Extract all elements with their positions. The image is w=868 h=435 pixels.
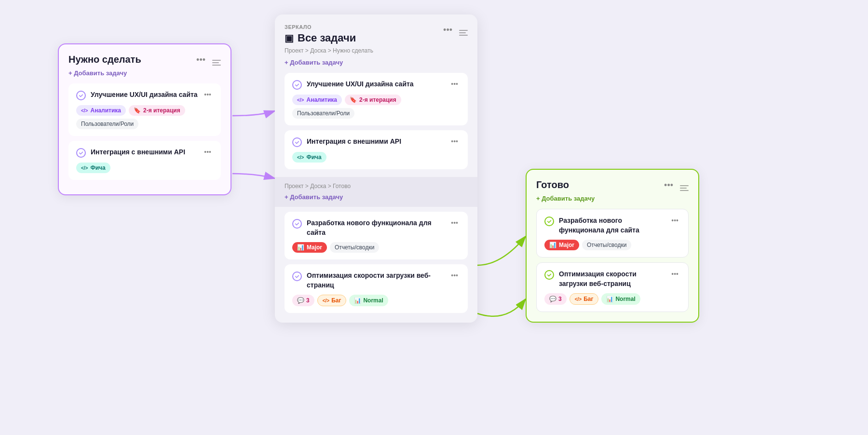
right-tag-comment: 💬 3 [544, 293, 567, 305]
right-task-1-title: Разработка нового функционала для сайта [559, 216, 665, 235]
center-task-1-title: Улучшение UX/UI дизайна сайта [307, 80, 414, 89]
right-card-actions: ••• [662, 179, 689, 191]
left-task-1: Улучшение UX/UI дизайна сайта ••• </> Ан… [68, 83, 221, 136]
center-tag-comment: 💬 3 [292, 295, 314, 306]
center-tag-analytics: </> Аналитика [292, 95, 342, 105]
center-task-1: Улучшение UX/UI дизайна сайта ••• </> Ан… [285, 73, 468, 125]
center-task-menu-2[interactable]: ••• [449, 137, 460, 146]
center-check-3 [292, 219, 302, 229]
center-check-4 [292, 272, 302, 281]
code-icon-c1: </> [297, 97, 304, 103]
right-list-icon[interactable] [680, 179, 689, 191]
right-check-2 [544, 270, 554, 280]
right-card-title: Готово [536, 179, 569, 190]
center-task-4-tags: 💬 3 </> Баг 📊 Normal [292, 295, 460, 306]
menu-dots-icon[interactable]: ••• [194, 54, 207, 65]
check-icon-2 [76, 148, 86, 158]
center-tag-iteration: 🔖 2-я итерация [345, 95, 401, 105]
center-tag-bug: </> Баг [317, 295, 347, 306]
center-tag-users: Пользователи/Роли [292, 108, 354, 119]
comment-icon-r2: 💬 [549, 296, 556, 302]
task-menu-icon-2[interactable]: ••• [202, 148, 213, 156]
code-icon-r-bug: </> [575, 297, 582, 302]
right-tag-major: 📊 Major [544, 240, 579, 250]
right-tag-bug: </> Баг [570, 293, 599, 305]
center-check-1 [292, 80, 302, 90]
left-card: Нужно сделать ••• + Добавить задачу [58, 43, 231, 195]
code-icon-c2: </> [297, 155, 304, 160]
right-check-1 [544, 217, 554, 226]
center-check-2 [292, 137, 302, 147]
center-task-1-tags: </> Аналитика 🔖 2-я итерация Пользовател… [292, 95, 460, 119]
center-task-3: Разработка нового функционала для сайта … [285, 212, 468, 259]
right-card-header: Готово ••• [536, 179, 689, 191]
mirror-icon: ▣ [285, 32, 294, 44]
code-icon-2: </> [81, 165, 88, 171]
right-task-menu-2[interactable]: ••• [669, 270, 680, 278]
list-view-icon[interactable] [212, 54, 221, 66]
left-card-actions: ••• [194, 54, 221, 66]
left-task-2-title: Интеграция с внешними API [91, 148, 185, 157]
center-task-2-tags: </> Фича [292, 152, 460, 163]
right-task-1: Разработка нового функционала для сайта … [536, 209, 689, 258]
bookmark-icon: 🔖 [134, 107, 141, 114]
left-task-2: Интеграция с внешними API ••• </> Фича [68, 141, 221, 180]
center-card-header: ЗЕРКАЛО ▣ Все задачи ••• [285, 24, 468, 44]
task-menu-icon[interactable]: ••• [202, 90, 213, 99]
bar-chart-icon-r1: 📊 [549, 242, 556, 248]
check-icon-1 [76, 91, 86, 100]
tag-users: Пользователи/Роли [76, 119, 138, 129]
center-task-3-title: Разработка нового функционала для сайта [307, 218, 445, 237]
center-task-menu-1[interactable]: ••• [449, 80, 460, 88]
bar-chart-icon: 📊 [297, 244, 304, 251]
center-card-title: ▣ Все задачи [285, 32, 356, 44]
section2-divider: Проект > Доска > Готово + Добавить задач… [275, 177, 477, 207]
tag-iteration: 🔖 2-я итерация [129, 105, 185, 116]
left-add-task[interactable]: + Добавить задачу [68, 69, 127, 77]
right-tag-normal: 📊 Normal [601, 293, 640, 305]
center-card: ЗЕРКАЛО ▣ Все задачи ••• Проект > Доска [275, 14, 477, 323]
center-task-menu-4[interactable]: ••• [449, 271, 460, 280]
left-task-1-title: Улучшение UX/UI дизайна сайта [91, 90, 198, 100]
comment-icon: 💬 [297, 297, 304, 304]
center-task-menu-3[interactable]: ••• [449, 218, 460, 227]
section1-breadcrumb: Проект > Доска > Нужно сделать [285, 47, 468, 54]
center-task-4: Оптимизация скорости загрузки веб-страни… [285, 264, 468, 313]
canvas: Нужно сделать ••• + Добавить задачу [0, 0, 868, 435]
center-tag-reports: Отчеты/сводки [330, 242, 379, 253]
left-card-title: Нужно сделать [68, 54, 141, 65]
section2-breadcrumb: Проект > Доска > Готово [285, 183, 468, 190]
left-task-1-tags: </> Аналитика 🔖 2-я итерация Пользовател… [76, 105, 213, 129]
left-card-header: Нужно сделать ••• [68, 54, 221, 66]
right-task-2-tags: 💬 3 </> Баг 📊 Normal [544, 293, 680, 305]
center-menu-dots[interactable]: ••• [441, 25, 454, 35]
center-task-2: Интеграция с внешними API ••• </> Фича [285, 130, 468, 169]
center-tag-feature: </> Фича [292, 152, 326, 163]
right-task-1-tags: 📊 Major Отчеты/сводки [544, 240, 680, 250]
right-tag-reports: Отчеты/сводки [582, 240, 631, 250]
bar-chart-icon-2: 📊 [354, 297, 361, 304]
right-card: Готово ••• + Добавить задачу [526, 169, 699, 323]
left-task-2-tags: </> Фича [76, 163, 213, 173]
right-task-menu-1[interactable]: ••• [669, 216, 680, 225]
center-tag-normal: 📊 Normal [349, 295, 388, 306]
mirror-label: ЗЕРКАЛО ▣ Все задачи [285, 24, 356, 44]
section2-add-task[interactable]: + Добавить задачу [285, 193, 343, 201]
center-list-icon[interactable] [459, 24, 468, 36]
code-icon-bug: </> [323, 298, 329, 303]
section1-add-task[interactable]: + Добавить задачу [285, 59, 343, 66]
center-task-2-title: Интеграция с внешними API [307, 137, 401, 147]
center-card-actions: ••• [441, 24, 468, 36]
right-task-2: Оптимизация скорости загрузки веб-страни… [536, 262, 689, 312]
mirror-label-text: ЗЕРКАЛО [285, 24, 356, 30]
center-tag-major: 📊 Major [292, 242, 327, 253]
right-add-task[interactable]: + Добавить задачу [536, 195, 595, 202]
bookmark-icon-c1: 🔖 [350, 96, 357, 103]
center-task-4-title: Оптимизация скорости загрузки веб-страни… [307, 271, 445, 290]
code-icon: </> [81, 108, 88, 113]
bar-chart-icon-r2: 📊 [606, 296, 613, 302]
right-menu-dots[interactable]: ••• [662, 180, 675, 190]
right-task-2-title: Оптимизация скорости загрузки веб-страни… [559, 270, 665, 288]
center-task-3-tags: 📊 Major Отчеты/сводки [292, 242, 460, 253]
tag-feature: </> Фича [76, 163, 110, 173]
